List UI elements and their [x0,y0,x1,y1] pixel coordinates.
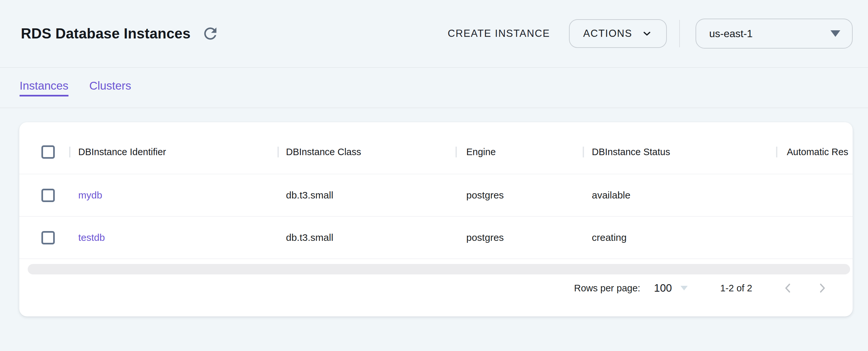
tab-clusters[interactable]: Clusters [89,79,131,96]
pagination-range-label: 1-2 of 2 [720,283,752,294]
instances-table-card: DBInstance Identifier DBInstance Class E… [19,122,853,316]
table-header-row: DBInstance Identifier DBInstance Class E… [19,130,853,174]
region-select[interactable]: us-east-1 [695,19,853,49]
rows-per-page-label: Rows per page: [574,283,640,294]
actions-button[interactable]: ACTIONS [569,19,667,48]
create-instance-button[interactable]: CREATE INSTANCE [448,28,550,39]
chevron-down-icon [641,28,652,39]
column-header-status[interactable]: DBInstance Status [583,147,776,157]
table-row: testdb db.t3.small postgres creating [19,217,853,259]
instance-engine-value: postgres [456,190,583,201]
chevron-left-icon [782,282,795,295]
instance-engine-value: postgres [456,232,583,243]
select-all-checkbox[interactable] [41,146,55,159]
rows-per-page-select[interactable]: 100 [654,282,688,294]
page-title: RDS Database Instances [21,25,190,42]
instance-class-value: db.t3.small [278,232,456,243]
header-divider [679,20,680,47]
row-checkbox[interactable] [41,189,55,202]
instance-identifier-link[interactable]: testdb [69,232,278,243]
instance-identifier-link[interactable]: mydb [69,190,278,201]
pagination-bar: Rows per page: 100 1-2 of 2 [574,278,833,298]
refresh-button[interactable] [201,24,220,43]
instance-status-value: available [583,190,776,201]
column-header-class[interactable]: DBInstance Class [278,147,456,157]
region-select-value: us-east-1 [709,28,752,40]
column-header-engine[interactable]: Engine [456,147,583,157]
chevron-right-icon [815,282,829,295]
horizontal-scrollbar[interactable] [28,264,850,275]
select-arrow-icon [831,30,840,37]
header-checkbox-cell [19,146,69,159]
tab-bar: Instances Clusters [0,68,868,108]
actions-button-label: ACTIONS [583,28,632,39]
tab-instances[interactable]: Instances [20,79,68,96]
table-row: mydb db.t3.small postgres available [19,174,853,217]
column-header-automatic[interactable]: Automatic Res [776,147,853,157]
refresh-icon [201,25,219,43]
row-checkbox[interactable] [41,231,55,245]
next-page-button[interactable] [812,278,833,298]
column-header-identifier[interactable]: DBInstance Identifier [69,147,278,157]
row-checkbox-cell [19,231,69,245]
rows-per-page-value: 100 [654,282,672,294]
row-checkbox-cell [19,189,69,202]
header-actions: CREATE INSTANCE ACTIONS us-east-1 [448,19,853,49]
instance-status-value: creating [583,232,776,243]
top-header: RDS Database Instances CREATE INSTANCE A… [0,0,868,68]
previous-page-button[interactable] [778,278,799,298]
dropdown-arrow-icon [681,286,688,290]
instance-class-value: db.t3.small [278,190,456,201]
